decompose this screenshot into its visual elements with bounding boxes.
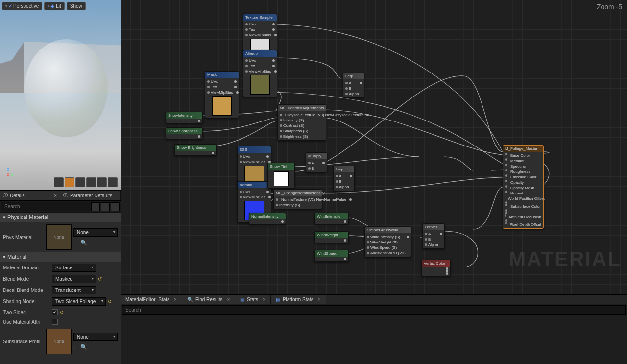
- node-snow-sharpness[interactable]: Snow Sharpness: [166, 127, 203, 139]
- node-albedo[interactable]: Albedo UVs Tex ViewMipBias: [243, 50, 277, 97]
- close-icon[interactable]: ×: [54, 193, 57, 198]
- stats-icon: ▤: [240, 297, 244, 302]
- node-lerp-top[interactable]: Lerp A B Alpha: [343, 73, 364, 98]
- material-domain-label: Material Domain: [3, 265, 52, 270]
- perspective-button[interactable]: ▾✔Perspective: [2, 2, 42, 10]
- search-icon[interactable]: 🔍: [80, 344, 87, 350]
- node-normal-intensity[interactable]: NormalIntensity: [249, 213, 286, 224]
- node-snow-intensity[interactable]: SnowIntensity: [166, 112, 203, 123]
- tab-parameter-defaults[interactable]: ⓘParameter Defaults: [60, 191, 121, 200]
- close-icon[interactable]: ×: [227, 297, 230, 302]
- subsurface-dropdown[interactable]: None: [73, 333, 118, 341]
- tab-material-editor-stats[interactable]: MaterialEditor_Stats×: [121, 295, 182, 304]
- preview-shape-cube[interactable]: [86, 177, 96, 187]
- use-material-attr-label: Use Material Attri: [3, 319, 52, 325]
- watermark: MATERIAL: [508, 247, 621, 271]
- axis-gizmo: zx↘: [7, 167, 13, 177]
- browse-back-icon[interactable]: ←: [73, 344, 79, 350]
- two-sided-label: Two Sided: [3, 310, 52, 315]
- phys-material-dropdown[interactable]: None: [73, 228, 118, 237]
- list-view-icon[interactable]: [101, 202, 110, 211]
- decal-blend-label: Decal Blend Mode: [3, 288, 52, 293]
- node-multiply[interactable]: Multiply A B: [306, 152, 327, 172]
- tab-details[interactable]: ⓘDetails×: [0, 191, 60, 200]
- preview-shape-cylinder[interactable]: [54, 177, 64, 187]
- node-wind-intensity[interactable]: WindIntensity: [314, 213, 349, 224]
- node-simple-grass-wind[interactable]: SimpleGrassWind WindIntensity (S) WindWe…: [364, 226, 411, 257]
- info-icon: ⓘ: [63, 192, 68, 199]
- tab-platform-stats[interactable]: ▤Platform Stats×: [271, 295, 326, 304]
- grid-view-icon[interactable]: [111, 202, 120, 211]
- preview-shape-sphere[interactable]: [65, 177, 74, 187]
- search-icon[interactable]: 🔍: [80, 240, 87, 245]
- decal-blend-dropdown[interactable]: Translucent: [52, 286, 96, 294]
- node-contrast-adjustments[interactable]: MF_ContrastAdjustments GrayscaleTexture …: [277, 104, 326, 141]
- shading-model-label: Shading Model: [3, 299, 52, 304]
- shading-model-dropdown[interactable]: Two Sided Foliage: [52, 297, 106, 306]
- use-material-attr-checkbox[interactable]: [52, 319, 58, 325]
- blend-mode-label: Blend Mode: [3, 276, 52, 282]
- node-snow-brightness[interactable]: Snow Brightness: [174, 144, 217, 156]
- phys-material-label: Phys Material: [3, 235, 46, 240]
- bottom-search-input[interactable]: [122, 305, 626, 315]
- view-options-icon[interactable]: [91, 202, 100, 211]
- zoom-label: Zoom -5: [597, 3, 622, 11]
- section-physical-material[interactable]: ▾ Physical Material: [0, 212, 121, 222]
- section-material[interactable]: ▾ Material: [0, 252, 121, 262]
- blend-mode-dropdown[interactable]: Masked: [52, 275, 96, 283]
- close-icon[interactable]: ×: [174, 297, 177, 302]
- material-domain-dropdown[interactable]: Surface: [52, 264, 96, 272]
- node-wind-weight[interactable]: WindWeight: [314, 231, 349, 243]
- material-graph[interactable]: Zoom -5 MATERIAL: [121, 0, 627, 294]
- tab-stats[interactable]: ▤Stats×: [235, 295, 271, 304]
- node-wind-speed[interactable]: WindSpeed: [314, 250, 349, 262]
- node-lerp-wind[interactable]: LerpV3 A B Alpha: [422, 223, 445, 249]
- material-preview-viewport[interactable]: ▾✔Perspective ▾◉Lit Show zx↘: [0, 0, 121, 190]
- info-icon: ⓘ: [3, 192, 8, 199]
- node-material-output[interactable]: M_Foliage_Master Base Color Metallic Spe…: [503, 145, 544, 229]
- preview-shape-mesh[interactable]: [97, 177, 107, 187]
- node-lerp-mid[interactable]: Lerp A B Alpha: [333, 166, 355, 191]
- reset-icon[interactable]: ↺: [98, 276, 102, 282]
- close-icon[interactable]: ×: [263, 297, 265, 302]
- node-snow-tint[interactable]: Snow Tint: [267, 163, 295, 189]
- node-mask[interactable]: Mask UVs Tex ViewMipBias: [205, 71, 239, 118]
- reset-icon[interactable]: ↺: [60, 310, 64, 315]
- subsurface-swatch[interactable]: None: [46, 329, 72, 354]
- lit-button[interactable]: ▾◉Lit: [44, 2, 65, 10]
- tab-find-results[interactable]: 🔍Find Results×: [182, 295, 235, 304]
- browse-back-icon[interactable]: ←: [73, 240, 79, 245]
- show-button[interactable]: Show: [67, 2, 86, 10]
- stats-icon: ▤: [276, 297, 280, 302]
- node-change-normal[interactable]: MF_ChangeNormalIntensity NormalTexture (…: [273, 189, 322, 209]
- preview-shape-custom[interactable]: [108, 177, 118, 187]
- details-search-input[interactable]: [1, 202, 90, 211]
- subsurface-profile-label: Subsurface Profil: [3, 339, 46, 344]
- phys-material-swatch[interactable]: None: [46, 224, 72, 250]
- two-sided-checkbox[interactable]: ✓: [52, 309, 58, 315]
- node-vertex-color[interactable]: Vertex Color: [421, 260, 451, 276]
- reset-icon[interactable]: ↺: [108, 299, 112, 304]
- search-icon: 🔍: [187, 297, 193, 302]
- close-icon[interactable]: ×: [318, 297, 321, 302]
- preview-shape-plane[interactable]: [75, 177, 85, 187]
